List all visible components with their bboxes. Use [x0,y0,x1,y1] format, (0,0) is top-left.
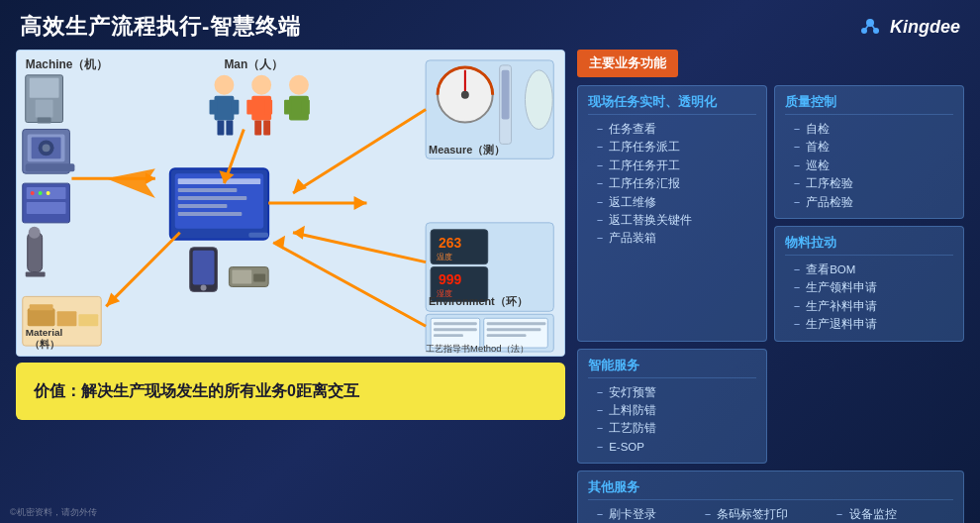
svg-rect-50 [248,233,268,238]
item-process-check: 工序检验 [785,174,953,192]
logo-icon [856,13,884,41]
svg-rect-55 [232,270,251,284]
svg-rect-45 [178,178,260,184]
svg-point-63 [525,70,552,130]
svg-rect-56 [253,274,265,282]
svg-rect-75 [30,304,53,310]
item-task-view: 任务查看 [588,120,756,138]
svg-text:Environment（环）: Environment（环） [429,295,528,307]
svg-rect-30 [231,100,239,115]
svg-text:工艺指导书Method（法）: 工艺指导书Method（法） [426,343,528,354]
svg-point-22 [39,191,43,195]
svg-rect-20 [27,202,66,214]
item-pick: 生产领料申请 [785,278,953,296]
diagram-area: Machine（机） Man（人） [16,50,565,456]
svg-rect-32 [226,121,233,136]
item-feed: 上料防错 [588,401,756,419]
page-title: 高效生产流程执行-智慧终端 [20,12,301,42]
header: 高效生产流程执行-智慧终端 Kingdee [0,0,980,50]
section-realtime-title: 现场任务实时、透明化 [588,93,756,115]
item-task-report: 工序任务汇报 [588,174,756,192]
svg-rect-52 [193,251,215,285]
svg-rect-35 [246,100,254,115]
item-supplement: 生产补料申请 [785,297,953,315]
right-panel: 主要业务功能 现场任务实时、透明化 任务查看 工序任务派工 工序任务开工 工序任… [577,50,964,456]
diagram-svg: Machine（机） Man（人） [17,51,564,356]
svg-rect-36 [264,100,272,115]
item-process-prevent: 工艺防错 [588,419,756,437]
svg-rect-74 [28,308,55,326]
section-realtime: 现场任务实时、透明化 任务查看 工序任务派工 工序任务开工 工序任务汇报 返工维… [577,85,767,342]
svg-point-53 [201,284,207,290]
svg-point-25 [29,227,41,239]
section-material: 物料拉动 查看BOM 生产领料申请 生产补料申请 生产退料申请 [774,226,964,342]
svg-point-39 [289,75,309,95]
item-monitor: 设备监控 [828,505,896,523]
item-first-check: 首检 [785,138,953,156]
svg-rect-88 [487,334,527,337]
svg-rect-42 [302,100,310,115]
section-smart: 智能服务 安灯预警 上料防错 工艺防错 E-SOP [577,349,767,465]
svg-text:999: 999 [439,271,461,287]
item-replace: 返工替换关键件 [588,211,756,229]
item-task-start: 工序任务开工 [588,157,756,174]
logo-area: Kingdee [856,13,960,41]
svg-point-33 [251,75,271,95]
main-content: Machine（机） Man（人） [0,50,980,464]
svg-rect-17 [26,163,75,171]
item-packing: 产品装箱 [588,229,756,247]
item-barcode: 条码标签打印 [696,505,788,523]
value-text: 价值：解决生产现场发生的所有业务0距离交互 [34,381,359,402]
item-bom: 查看BOM [785,261,953,278]
svg-rect-26 [26,272,46,277]
diagram-container: Machine（机） Man（人） [17,51,564,356]
svg-rect-38 [263,121,270,136]
item-patrol: 巡检 [785,157,953,174]
section-smart-title: 智能服务 [588,357,756,378]
svg-rect-77 [78,314,98,326]
svg-text:温度: 温度 [437,253,452,262]
svg-rect-24 [28,233,43,272]
item-product-check: 产品检验 [785,193,953,211]
item-task-assign: 工序任务派工 [588,138,756,156]
item-card-login: 刷卡登录 [588,505,656,523]
item-return: 生产退料申请 [785,315,953,333]
svg-rect-82 [434,322,477,325]
svg-point-23 [47,191,50,195]
svg-rect-86 [487,322,546,325]
svg-rect-84 [434,334,463,337]
svg-rect-62 [502,70,510,120]
svg-rect-29 [210,100,218,115]
svg-text:Man（人）: Man（人） [224,57,283,71]
svg-rect-10 [36,100,53,118]
section-quality: 质量控制 自检 首检 巡检 工序检验 产品检验 [774,85,964,219]
diagram-box: Machine（机） Man（人） [16,50,565,357]
section-quality-title: 质量控制 [785,93,953,115]
svg-text:263: 263 [439,235,461,251]
svg-rect-9 [30,78,59,98]
svg-rect-76 [57,311,77,326]
section-material-title: 物料拉动 [785,234,953,256]
value-bar: 价值：解决生产现场发生的所有业务0距离交互 [16,363,565,420]
panel-header: 主要业务功能 [577,50,678,77]
slide: 高效生产流程执行-智慧终端 Kingdee [0,0,980,523]
svg-rect-41 [284,100,292,115]
svg-rect-11 [38,118,51,124]
svg-rect-46 [178,188,238,192]
svg-text:Machine（机）: Machine（机） [26,57,109,71]
svg-point-21 [31,191,35,195]
svg-text:Material: Material [26,327,63,338]
logo-text: Kingdee [890,17,960,38]
svg-rect-37 [254,121,261,136]
svg-point-27 [215,75,235,95]
svg-rect-31 [217,121,224,136]
svg-point-60 [461,91,469,99]
item-self-check: 自检 [785,120,953,138]
section-other: 其他服务 刷卡登录 条码标签打印 设备监控 [577,471,964,523]
svg-text:（料）: （料） [30,339,59,350]
item-esop: E-SOP [588,438,756,456]
svg-rect-87 [487,328,541,331]
svg-rect-83 [434,328,477,331]
copyright: ©机密资料，请勿外传 [10,506,97,519]
svg-rect-47 [178,196,247,200]
